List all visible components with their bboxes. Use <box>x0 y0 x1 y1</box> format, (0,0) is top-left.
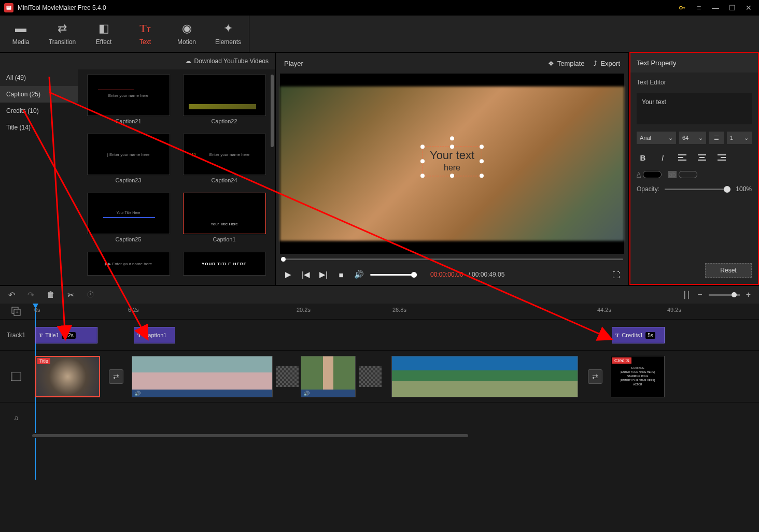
effect-icon: ◧ <box>99 22 109 35</box>
tab-effect[interactable]: ◧ Effect <box>83 16 124 52</box>
library-scrollbar[interactable] <box>271 75 274 147</box>
opacity-thumb[interactable] <box>724 186 730 193</box>
timeline-ruler[interactable]: 0s 6.2s 20.2s 26.8s 44.2s 49.2s <box>32 304 759 319</box>
line-height-button[interactable]: ☰ <box>709 132 724 144</box>
folder-icon: ▬ <box>15 22 26 35</box>
category-credits[interactable]: Credits (10) <box>0 103 78 119</box>
category-title[interactable]: Title (14) <box>0 119 78 136</box>
video-clip-1[interactable]: Title <box>35 356 100 397</box>
undo-button[interactable]: ↶ <box>8 290 15 300</box>
preview-area[interactable]: Your texthere <box>280 74 624 254</box>
resize-handle[interactable] <box>480 145 484 149</box>
resize-handle[interactable] <box>420 174 425 178</box>
tab-motion[interactable]: ◉ Motion <box>166 16 207 52</box>
align-center-button[interactable] <box>696 151 708 164</box>
export-button[interactable]: ⤴ Export <box>594 60 620 67</box>
tab-transition[interactable]: ⇄ Transition <box>41 16 83 52</box>
rotate-handle[interactable] <box>450 136 454 140</box>
minimize-icon[interactable]: — <box>709 2 722 14</box>
timeline: + 0s 6.2s 20.2s 26.8s 44.2s 49.2s Track1… <box>0 304 759 480</box>
scrub-bar[interactable] <box>276 254 628 264</box>
resize-handle[interactable] <box>420 145 425 149</box>
opacity-slider[interactable] <box>665 189 730 190</box>
thumb-caption25[interactable]: Your Title Here Caption25 <box>83 193 174 247</box>
upload-icon: ⤴ <box>594 60 597 67</box>
thumb-caption-extra2[interactable]: YOUR TITLE HERE <box>179 252 270 280</box>
split-button[interactable]: ✂ <box>67 290 74 300</box>
letter-spacing-select[interactable]: 1⌄ <box>727 132 752 144</box>
redo-button[interactable]: ↷ <box>27 290 34 300</box>
thumb-caption24[interactable]: Enter your name here Caption24 <box>179 134 270 188</box>
thumb-caption23[interactable]: | Enter your name here Caption23 <box>83 134 174 188</box>
speed-button[interactable]: ⏱ <box>87 290 95 300</box>
video-track-icon <box>0 351 32 402</box>
thumb-caption21[interactable]: Enter your name here Caption21 <box>83 75 174 128</box>
scrub-thumb[interactable] <box>281 257 286 262</box>
video-clip-credits[interactable]: Credits STARRING [ENTER YOUR NAME HERE] … <box>611 356 665 397</box>
transition-marker[interactable]: ⇄ <box>109 369 123 384</box>
text-clip-credits1[interactable]: TCredits1 5s <box>612 327 665 343</box>
stop-button[interactable]: ■ <box>335 268 347 281</box>
time-total: / 00:00:49.05 <box>468 271 504 278</box>
align-left-button[interactable] <box>676 151 688 164</box>
svg-rect-19 <box>20 372 21 381</box>
volume-thumb[interactable] <box>411 272 417 278</box>
tab-elements[interactable]: ✦ Elements <box>207 16 249 52</box>
font-size-select[interactable]: 64⌄ <box>679 132 706 144</box>
category-caption[interactable]: Caption (25) <box>0 86 78 103</box>
delete-button[interactable]: 🗑 <box>47 290 55 300</box>
category-all[interactable]: All (49) <box>0 69 78 86</box>
download-youtube-link[interactable]: ☁ Download YouTube Videos <box>185 57 269 65</box>
align-right-button[interactable] <box>715 151 728 164</box>
resize-handle[interactable] <box>480 159 484 163</box>
text-track[interactable]: TTitle1 6.2s TCaption1 TCredits1 5s <box>32 320 759 350</box>
highlight-color-picker[interactable]: ab <box>668 171 697 178</box>
text-clip-title1[interactable]: TTitle1 6.2s <box>35 327 97 343</box>
font-family-select[interactable]: Arial⌄ <box>637 132 676 144</box>
snap-button[interactable]: ⎢⎢ <box>684 291 691 299</box>
key-icon[interactable] <box>676 2 688 14</box>
volume-slider[interactable] <box>370 274 417 276</box>
video-track[interactable]: Title ⇄ 🔊 🔊 ⇄ Credits STARRING [ENTER YO… <box>32 351 759 402</box>
zoom-slider[interactable] <box>709 294 740 296</box>
layers-icon: ❖ <box>548 60 554 67</box>
play-button[interactable]: ▶ <box>282 268 294 281</box>
prev-frame-button[interactable]: |◀ <box>300 268 312 281</box>
add-media-button[interactable]: + <box>0 304 32 319</box>
resize-handle[interactable] <box>450 145 454 149</box>
zoom-out-button[interactable]: − <box>697 290 702 299</box>
reset-button[interactable]: Reset <box>705 263 752 278</box>
resize-handle[interactable] <box>420 159 425 163</box>
audio-track[interactable] <box>32 402 759 433</box>
maximize-icon[interactable]: ☐ <box>726 2 738 14</box>
italic-button[interactable]: I <box>656 151 669 164</box>
bold-button[interactable]: B <box>637 151 649 164</box>
thumb-caption1[interactable]: Your Title Here Caption1 <box>179 193 270 247</box>
close-icon[interactable]: ✕ <box>742 2 755 14</box>
timeline-h-scroll-thumb[interactable] <box>32 434 468 437</box>
text-overlay-bbox[interactable]: Your texthere <box>422 146 482 176</box>
resize-handle[interactable] <box>480 174 484 178</box>
video-clip-3[interactable]: 🔊 <box>301 356 356 397</box>
font-color-picker[interactable]: A <box>637 171 662 178</box>
text-clip-caption1[interactable]: TCaption1 <box>134 327 175 343</box>
template-button[interactable]: ❖ Template <box>548 60 585 67</box>
zoom-in-button[interactable]: + <box>746 290 751 299</box>
text-editor-input[interactable]: Your text <box>637 93 752 124</box>
tab-text[interactable]: TT Text <box>124 16 166 52</box>
menu-icon[interactable]: ≡ <box>693 2 705 14</box>
next-frame-button[interactable]: ▶| <box>317 268 330 281</box>
video-clip-2[interactable]: 🔊 <box>132 356 273 397</box>
transition-marker[interactable]: ⇄ <box>588 369 602 384</box>
thumb-caption-extra1[interactable]: ▶▶ Enter your name here <box>83 252 174 280</box>
thumb-caption22[interactable]: Enter your name here Caption22 <box>179 75 270 128</box>
resize-handle[interactable] <box>450 174 454 178</box>
tab-media[interactable]: ▬ Media <box>0 16 41 52</box>
zoom-thumb[interactable] <box>732 292 737 297</box>
fullscreen-button[interactable]: ⛶ <box>610 268 622 281</box>
timeline-h-scrollbar[interactable] <box>32 433 759 438</box>
video-clip-4[interactable] <box>391 356 578 397</box>
volume-icon[interactable]: 🔊 <box>353 268 365 281</box>
ruler-tick: 6.2s <box>128 307 139 313</box>
text-editor-label: Text Editor <box>637 79 752 86</box>
